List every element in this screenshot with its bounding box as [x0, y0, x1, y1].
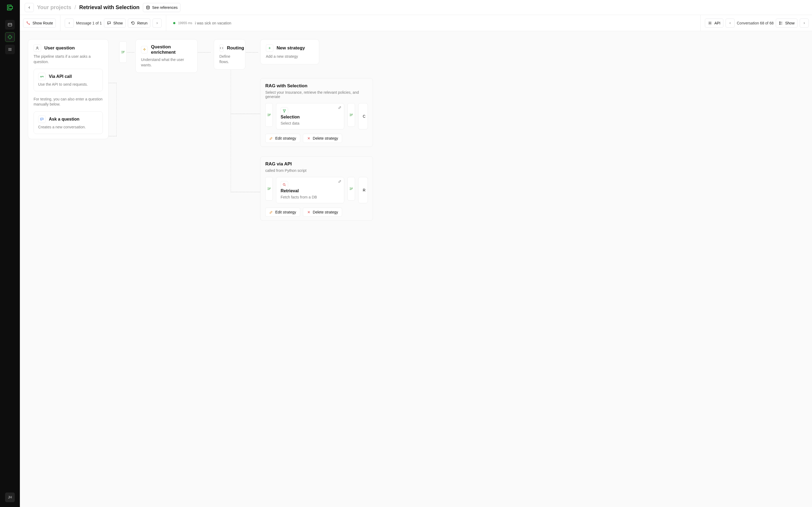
conversation-counter: Conversation 68 of 68 — [737, 21, 773, 25]
show-route-button[interactable]: Show Route — [23, 18, 56, 27]
gear-icon — [708, 21, 712, 25]
edit-icon — [269, 136, 273, 140]
delete-strategy-button[interactable]: Delete strategy — [303, 134, 342, 143]
strategy-title: RAG via API — [265, 161, 368, 167]
strategy-rag-selection[interactable]: RAG with Selection Select your Insurance… — [260, 78, 373, 147]
node-desc: Add a new strategy — [266, 54, 313, 59]
delete-strategy-label: Delete strategy — [313, 136, 338, 140]
svg-rect-0 — [8, 23, 12, 26]
svg-line-20 — [285, 185, 286, 186]
list-icon — [779, 21, 783, 25]
rerun-label: Rerun — [137, 21, 148, 25]
status-bar: 19955 ms i was sick on vacation — [171, 21, 696, 25]
status-message: i was sick on vacation — [195, 21, 231, 25]
svg-point-19 — [283, 183, 285, 185]
see-references-button[interactable]: See references — [143, 3, 181, 12]
svg-marker-16 — [283, 110, 285, 112]
nav-browser-icon[interactable] — [5, 20, 15, 30]
left-sidebar: JH — [0, 0, 20, 507]
edit-icon[interactable] — [338, 179, 342, 183]
search-icon — [281, 181, 288, 188]
if-gate[interactable]: IF — [347, 177, 355, 201]
see-references-label: See references — [152, 5, 178, 10]
block-retrieval[interactable]: Retrieval Fetch facts from a DB — [276, 177, 344, 203]
edit-strategy-button[interactable]: Edit strategy — [265, 208, 300, 217]
route-icon — [26, 21, 31, 25]
if-gate[interactable]: IF — [265, 177, 273, 201]
chat-icon — [107, 21, 111, 25]
block-selection[interactable]: Selection Select data — [276, 103, 344, 129]
edit-strategy-label: Edit strategy — [275, 136, 296, 140]
api-label: API — [714, 21, 720, 25]
node-title: New strategy — [277, 45, 305, 51]
node-routing[interactable]: Routing Define flows. — [214, 39, 245, 69]
block-desc: Select data — [281, 121, 340, 125]
message-counter: Message 1 of 1 — [76, 21, 102, 25]
breadcrumb-current: Retrieval with Selection — [79, 4, 139, 10]
subcard-desc: Use the API to send requests. — [38, 82, 98, 87]
plus-icon — [266, 44, 273, 52]
message-next-button[interactable] — [153, 18, 162, 27]
show-route-label: Show Route — [33, 21, 53, 25]
node-desc: Understand what the user wants. — [141, 57, 192, 68]
sparkle-icon — [141, 46, 148, 53]
user-avatar[interactable]: JH — [5, 493, 15, 502]
edit-strategy-button[interactable]: Edit strategy — [265, 134, 300, 143]
api-icon: API — [38, 73, 46, 80]
block-truncated[interactable]: C — [358, 103, 368, 129]
node-title: User question — [44, 45, 75, 51]
nav-list-icon[interactable] — [5, 45, 15, 54]
strategy-rag-api[interactable]: RAG via API called from Python script IF… — [260, 156, 373, 221]
flow-canvas[interactable]: User question The pipeline starts if a u… — [20, 31, 476, 278]
block-title: Selection — [281, 115, 300, 119]
show-message-label: Show — [113, 21, 123, 25]
block-desc: Fetch facts from a DB — [281, 195, 340, 199]
nav-flow-icon[interactable] — [5, 32, 15, 42]
node-desc: The pipeline starts if a user asks a que… — [34, 54, 103, 64]
user-icon — [34, 44, 41, 52]
node-new-strategy[interactable]: New strategy Add a new strategy — [260, 39, 319, 64]
delete-icon — [307, 136, 311, 140]
filter-icon — [281, 107, 288, 115]
breadcrumb-parent[interactable]: Your projects — [37, 4, 71, 10]
subcard-api-call[interactable]: API Via API call Use the API to send req… — [34, 69, 103, 91]
show-message-button[interactable]: Show — [104, 18, 126, 27]
if-gate[interactable]: IF — [265, 103, 273, 127]
conversation-next-button[interactable] — [800, 18, 809, 27]
toolbar: Show Route Message 1 of 1 Show Rerun 199… — [20, 15, 812, 31]
svg-point-8 — [709, 22, 710, 23]
chat-icon — [38, 115, 46, 123]
strategy-desc: called from Python script — [265, 168, 368, 173]
refresh-icon — [131, 21, 135, 25]
block-title: Retrieval — [281, 188, 299, 193]
app-logo — [6, 4, 14, 11]
if-gate[interactable]: IF — [119, 41, 127, 63]
delete-icon — [307, 210, 311, 214]
api-button[interactable]: API — [705, 18, 723, 27]
edit-icon — [269, 210, 273, 214]
block-truncated[interactable]: R — [358, 177, 368, 203]
show-conversation-button[interactable]: Show — [776, 18, 798, 27]
subcard-ask-question[interactable]: Ask a question Creates a new conversatio… — [34, 111, 103, 134]
node-user-question[interactable]: User question The pipeline starts if a u… — [28, 39, 109, 139]
node-question-enrichment[interactable]: Question enrichment Understand what the … — [135, 39, 197, 73]
database-icon — [146, 5, 150, 10]
strategy-title: RAG with Selection — [265, 83, 368, 89]
svg-point-13 — [37, 47, 38, 48]
node-title: Routing — [227, 45, 244, 51]
show-conversation-label: Show — [785, 21, 795, 25]
if-gate[interactable]: IF — [347, 103, 355, 127]
back-button[interactable] — [25, 3, 34, 12]
conversation-prev-button[interactable] — [726, 18, 735, 27]
status-dot-icon — [173, 22, 175, 24]
edit-icon[interactable] — [338, 106, 342, 109]
rerun-button[interactable]: Rerun — [128, 18, 151, 27]
header: Your projects / Retrieval with Selection… — [20, 0, 812, 15]
svg-rect-10 — [779, 23, 780, 24]
message-prev-button[interactable] — [65, 18, 74, 27]
strategy-desc: Select your Insurance, retrieve the rele… — [265, 90, 368, 99]
subcard-title: Ask a question — [49, 117, 79, 122]
delete-strategy-button[interactable]: Delete strategy — [303, 208, 342, 217]
code-icon — [219, 44, 224, 52]
delete-strategy-label: Delete strategy — [313, 210, 338, 214]
